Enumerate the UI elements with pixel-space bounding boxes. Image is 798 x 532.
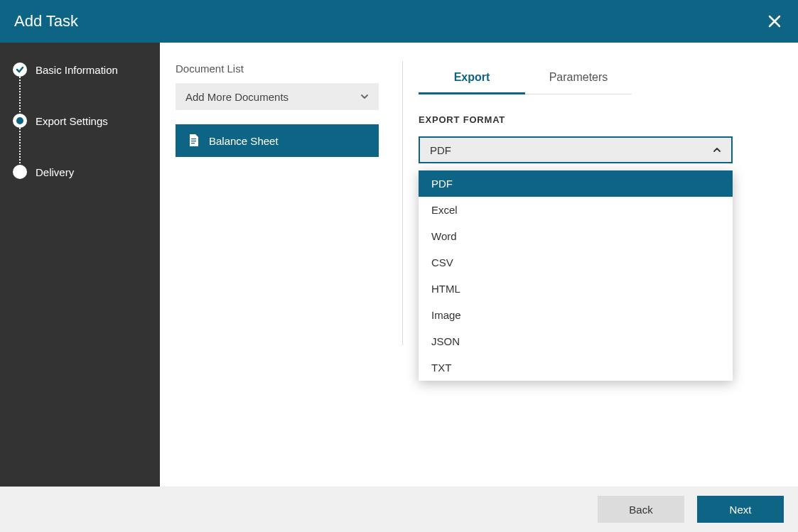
export-format-options: PDF Excel Word CSV HTML Image JSON TXT	[419, 170, 733, 381]
back-button[interactable]: Back	[598, 496, 684, 523]
step-indicator-pending	[13, 165, 27, 179]
option-image[interactable]: Image	[419, 302, 733, 328]
document-list-label: Document List	[176, 63, 387, 75]
settings-tabs: Export Parameters	[419, 63, 632, 94]
export-format-select[interactable]: PDF	[419, 136, 733, 163]
dialog-footer: Back Next	[0, 487, 798, 532]
add-more-documents-dropdown[interactable]: Add More Documents	[176, 83, 379, 110]
tab-export[interactable]: Export	[419, 63, 525, 94]
check-icon	[16, 65, 24, 74]
export-settings-column: Export Parameters EXPORT FORMAT PDF PDF …	[403, 43, 798, 487]
option-txt[interactable]: TXT	[419, 354, 733, 381]
close-icon	[768, 15, 781, 28]
document-item-balance-sheet[interactable]: Balance Sheet	[176, 124, 379, 157]
main-content: Document List Add More Documents Balance…	[160, 43, 798, 487]
step-delivery[interactable]: Delivery	[13, 165, 147, 179]
export-format-selected-value: PDF	[430, 144, 451, 156]
dialog-header: Add Task	[0, 0, 798, 43]
option-word[interactable]: Word	[419, 223, 733, 249]
document-icon	[188, 134, 199, 147]
option-excel[interactable]: Excel	[419, 197, 733, 223]
step-label: Export Settings	[36, 115, 108, 127]
export-format-label: EXPORT FORMAT	[419, 114, 782, 125]
option-html[interactable]: HTML	[419, 276, 733, 302]
option-json[interactable]: JSON	[419, 328, 733, 354]
wizard-steps-sidebar: Basic Information Export Settings Delive…	[0, 43, 160, 487]
add-more-documents-label: Add More Documents	[185, 91, 289, 103]
step-indicator-current	[13, 114, 27, 128]
step-label: Delivery	[36, 166, 74, 178]
svg-rect-2	[191, 143, 195, 143]
dialog-title: Add Task	[14, 12, 78, 31]
svg-rect-0	[191, 139, 196, 139]
step-indicator-completed	[13, 63, 27, 77]
next-button[interactable]: Next	[697, 496, 784, 523]
svg-rect-1	[191, 141, 196, 141]
document-item-label: Balance Sheet	[209, 135, 279, 147]
chevron-down-icon	[360, 91, 369, 103]
option-pdf[interactable]: PDF	[419, 170, 733, 197]
tab-parameters[interactable]: Parameters	[525, 63, 632, 94]
step-basic-information[interactable]: Basic Information	[13, 63, 147, 77]
chevron-up-icon	[713, 144, 721, 156]
step-connector	[19, 128, 21, 166]
dialog-body: Basic Information Export Settings Delive…	[0, 43, 798, 487]
option-csv[interactable]: CSV	[419, 249, 733, 276]
step-connector	[19, 77, 21, 115]
document-list-column: Document List Add More Documents Balance…	[160, 43, 402, 487]
close-button[interactable]	[765, 12, 784, 31]
step-label: Basic Information	[36, 64, 118, 76]
step-export-settings[interactable]: Export Settings	[13, 114, 147, 128]
